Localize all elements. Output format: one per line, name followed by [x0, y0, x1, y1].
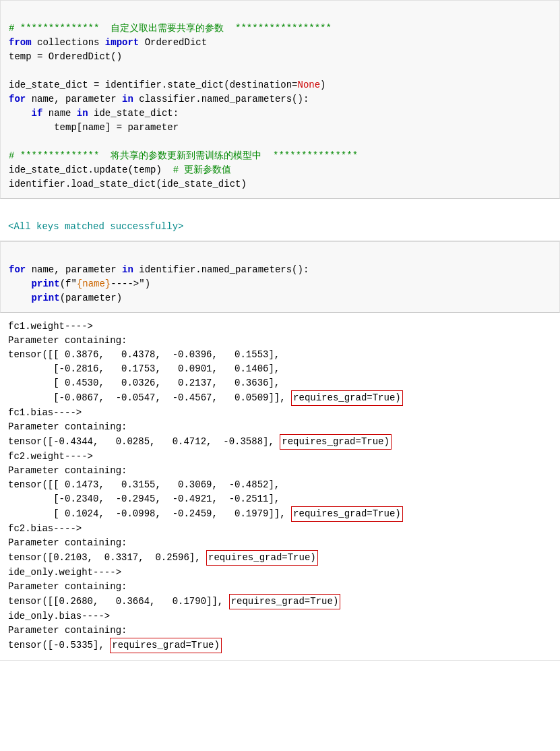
fc2-bias-name: fc2.bias---->: [8, 523, 82, 534]
ide-bias-name: ide_only.bias---->: [8, 611, 110, 622]
fc1-weight-tensor-2: [-0.2816, 0.1753, 0.0901, 0.1406],: [8, 363, 280, 374]
fc2-bias-requires: requires_grad=True): [206, 550, 318, 566]
fc1-weight-name: fc1.weight---->: [8, 321, 93, 332]
comment-line-10: # ************** 将共享的参数更新到需训练的模型中 ******…: [9, 150, 358, 161]
comment-line-1: # ************** 自定义取出需要共享的参数 **********…: [9, 23, 332, 34]
code-line-5: ide_state_dict = identifier.state_dict(d…: [9, 80, 326, 90]
code-line-7: if name in ide_state_dict:: [9, 108, 179, 119]
code-line-2: from collections import OrderedDict: [9, 37, 207, 48]
fc1-weight-label: Parameter containing:: [8, 335, 127, 346]
code-line-8: temp[name] = parameter: [9, 122, 179, 133]
ide-weight-tensor: tensor([[0.2680, 0.3664, 0.1790]], requi…: [8, 596, 340, 607]
fc1-weight-tensor-4: [-0.0867, -0.0547, -0.4567, 0.0509]], re…: [8, 392, 403, 403]
fc2-weight-requires: requires_grad=True): [291, 506, 403, 522]
fc2-bias-label: Parameter containing:: [8, 537, 127, 548]
fc2-weight-tensor-2: [-0.2340, -0.2945, -0.4921, -0.2511],: [8, 493, 280, 504]
code-line-6: for name, parameter in classifier.named_…: [9, 94, 309, 104]
fc1-weight-tensor-3: [ 0.4530, 0.0326, 0.2137, 0.3636],: [8, 378, 280, 388]
fc2-weight-tensor-3: [ 0.1024, -0.0998, -0.2459, 0.1979]], re…: [8, 508, 403, 519]
fc1-weight-tensor-1: tensor([[ 0.3876, 0.4378, -0.0396, 0.155…: [8, 349, 280, 360]
fc2-weight-label: Parameter containing:: [8, 465, 127, 476]
ide-bias-tensor: tensor([-0.5335], requires_grad=True): [8, 640, 222, 651]
code-line-11: ide_state_dict.update(temp) # 更新参数值: [9, 164, 231, 175]
fc1-bias-requires: requires_grad=True): [280, 434, 392, 450]
all-keys-output: <All keys matched successfully>: [8, 221, 183, 232]
code-block-2: for name, parameter in identifier.named_…: [0, 241, 560, 313]
output-block-2: fc1.weight----> Parameter containing: te…: [0, 313, 560, 661]
print-param-line: print(parameter): [9, 293, 122, 303]
ide-weight-name: ide_only.weight---->: [8, 567, 121, 578]
ide-bias-requires: requires_grad=True): [110, 638, 222, 653]
fc2-weight-name: fc2.weight---->: [8, 451, 93, 462]
code-line-3: temp = OrderedDict(): [9, 51, 122, 62]
fc1-bias-name: fc1.bias---->: [8, 407, 82, 418]
ide-weight-requires: requires_grad=True): [229, 594, 341, 609]
code-line-12: identifier.load_state_dict(ide_state_dic…: [9, 179, 247, 189]
ide-bias-label: Parameter containing:: [8, 625, 127, 636]
print-name-line: print(f"{name}---->"): [9, 278, 150, 289]
fc2-weight-tensor-1: tensor([[ 0.1473, 0.3155, 0.3069, -0.485…: [8, 479, 280, 490]
code-block-1: # ************** 自定义取出需要共享的参数 **********…: [0, 0, 560, 199]
fc1-bias-tensor: tensor([-0.4344, 0.0285, 0.4712, -0.3588…: [8, 436, 392, 447]
output-block-1: <All keys matched successfully>: [0, 199, 560, 241]
ide-weight-label: Parameter containing:: [8, 581, 127, 592]
for-loop-line: for name, parameter in identifier.named_…: [9, 264, 309, 275]
fc1-weight-requires: requires_grad=True): [291, 390, 403, 406]
fc2-bias-tensor: tensor([0.2103, 0.3317, 0.2596], require…: [8, 552, 318, 563]
fc1-bias-label: Parameter containing:: [8, 421, 127, 432]
